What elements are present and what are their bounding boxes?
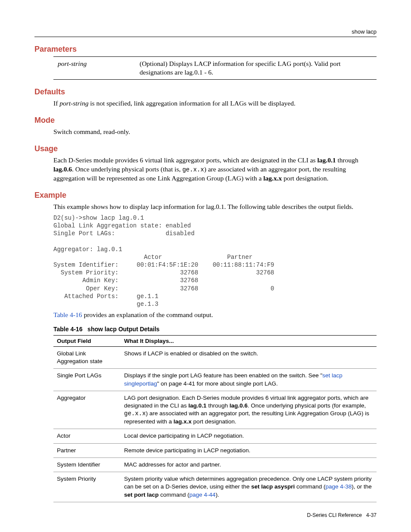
usage-text: Each D-Series module provides 6 virtual … [53, 156, 377, 183]
table-header-row: Output Field What It Displays... [53, 335, 377, 346]
defaults-text: If port-string is not specified, link ag… [53, 99, 377, 108]
mode-text: Switch command, read-only. [53, 128, 377, 137]
table-row: Single Port LAGs Displays if the single … [53, 369, 377, 391]
output-details-table: Output Field What It Displays... Global … [53, 335, 377, 502]
table-row: Actor Local device participating in LACP… [53, 429, 377, 443]
parameters-table: port-string (Optional) Displays LACP inf… [53, 56, 377, 80]
table-row: System Priority System priority value wh… [53, 472, 377, 502]
page-header: show lacp [34, 28, 377, 37]
table-row: Global Link Aggregation state Shows if L… [53, 346, 377, 368]
page: show lacp Parameters port-string (Option… [0, 0, 411, 532]
col-output-field: Output Field [53, 335, 121, 346]
header-breadcrumb: show lacp [352, 28, 377, 35]
table-row: System Identifier MAC addresses for acto… [53, 457, 377, 472]
col-what-it-displays: What It Displays... [121, 335, 377, 346]
table-reference-text: Table 4-16 provides an explanation of th… [53, 311, 377, 320]
param-desc: (Optional) Displays LACP information for… [135, 57, 377, 80]
table-row: Aggregator LAG port designation. Each D-… [53, 391, 377, 429]
section-heading-mode: Mode [34, 116, 377, 125]
section-heading-parameters: Parameters [34, 45, 377, 54]
example-terminal-output: D2(su)->show lacp lag.0.1 Global Link Ag… [53, 214, 377, 308]
page-4-44-link[interactable]: page 4-44 [190, 492, 216, 498]
page-4-38-link[interactable]: page 4-38 [326, 483, 352, 490]
table-row: Partner Remote device participating in L… [53, 443, 377, 457]
table-ref-link[interactable]: Table 4-16 [53, 311, 82, 318]
table-caption: Table 4-16 show lacp Output Details [53, 326, 377, 333]
section-heading-usage: Usage [34, 144, 377, 153]
section-heading-defaults: Defaults [34, 87, 377, 96]
section-heading-example: Example [34, 191, 377, 200]
example-intro: This example shows how to display lacp i… [53, 202, 377, 212]
page-footer: D-Series CLI Reference 4-37 [307, 512, 377, 518]
param-name: port-string [53, 57, 135, 80]
